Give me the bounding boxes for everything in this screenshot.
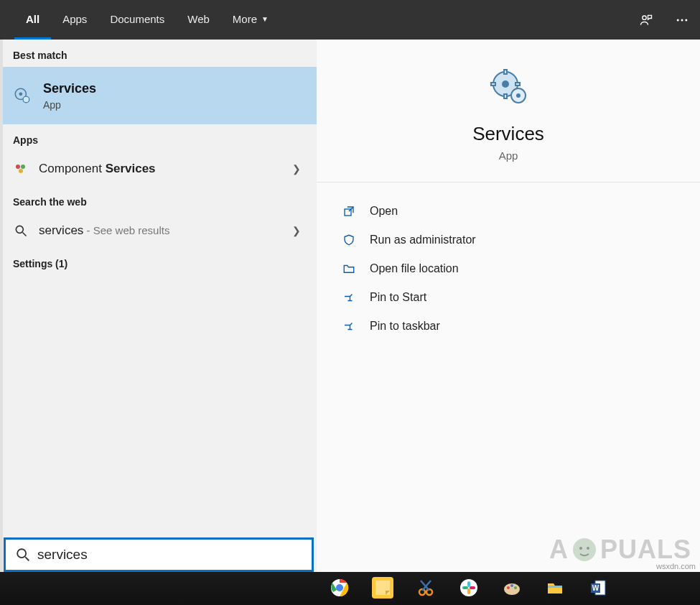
svg-rect-14 xyxy=(504,94,507,98)
more-icon[interactable] xyxy=(664,0,700,40)
slack-icon xyxy=(458,577,480,599)
svg-rect-16 xyxy=(515,83,520,86)
svg-point-22 xyxy=(579,547,582,550)
web-header: Search the web xyxy=(0,186,317,213)
svg-line-25 xyxy=(25,557,29,560)
svg-line-11 xyxy=(23,233,27,236)
mascot-icon xyxy=(570,535,599,564)
app-result-component-services[interactable]: Component Services ❯ xyxy=(0,152,317,186)
web-result-label: services - See web results xyxy=(39,223,169,238)
action-open-file-location[interactable]: Open file location xyxy=(337,254,689,283)
tab-all[interactable]: All xyxy=(14,0,51,40)
taskbar-chrome[interactable] xyxy=(322,574,358,603)
svg-text:W: W xyxy=(592,584,599,592)
action-label: Pin to Start xyxy=(370,291,426,304)
svg-rect-35 xyxy=(467,588,470,594)
chevron-down-icon: ▼ xyxy=(261,15,269,23)
watermark: A PUALS xyxy=(549,535,691,565)
shield-icon xyxy=(341,232,357,248)
svg-rect-42 xyxy=(548,586,562,588)
component-services-icon xyxy=(13,161,29,177)
svg-rect-34 xyxy=(467,581,470,587)
svg-point-23 xyxy=(587,547,589,550)
action-label: Pin to taskbar xyxy=(370,320,440,333)
open-icon xyxy=(341,203,357,219)
action-pin-to-start[interactable]: Pin to Start xyxy=(337,283,689,312)
svg-point-21 xyxy=(573,538,596,561)
svg-point-3 xyxy=(685,19,687,21)
svg-point-17 xyxy=(502,80,509,88)
tab-label: Apps xyxy=(62,13,87,25)
tab-label: More xyxy=(233,13,257,25)
services-large-icon xyxy=(485,68,531,106)
taskbar-word[interactable]: W xyxy=(580,574,616,603)
search-icon xyxy=(14,546,32,563)
services-icon xyxy=(13,86,32,105)
chevron-right-icon[interactable]: ❯ xyxy=(292,163,301,175)
credit-text: wsxdn.com xyxy=(656,562,696,571)
sticky-notes-icon xyxy=(372,577,393,599)
svg-point-19 xyxy=(516,93,521,98)
chevron-right-icon[interactable]: ❯ xyxy=(292,225,301,236)
preview-header: Services App xyxy=(317,40,700,183)
results-pane: Best match Services App Apps xyxy=(0,40,317,605)
tab-label: Documents xyxy=(110,13,164,25)
svg-point-27 xyxy=(336,584,343,591)
preview-subtitle: App xyxy=(499,149,518,162)
paint-icon xyxy=(501,577,523,599)
watermark-suffix: PUALS xyxy=(600,535,691,565)
web-result-services[interactable]: services - See web results ❯ xyxy=(0,213,317,248)
file-explorer-icon xyxy=(544,577,566,599)
action-label: Open xyxy=(370,205,398,218)
tab-web[interactable]: Web xyxy=(176,0,221,40)
best-match-item[interactable]: Services App xyxy=(0,67,317,124)
action-run-as-administrator[interactable]: Run as administrator xyxy=(337,226,689,254)
taskbar-slack[interactable] xyxy=(451,574,487,603)
preview-title: Services xyxy=(472,123,544,145)
search-header: All Apps Documents Web More ▼ xyxy=(0,0,700,40)
pin-icon xyxy=(341,318,357,334)
action-pin-to-taskbar[interactable]: Pin to taskbar xyxy=(337,312,689,341)
taskbar-paint[interactable] xyxy=(494,574,530,603)
preview-pane: Services App Open Run as administrator xyxy=(317,40,700,605)
watermark-prefix: A xyxy=(549,535,569,565)
best-match-title: Services xyxy=(43,80,96,97)
svg-rect-37 xyxy=(470,586,475,589)
taskbar-sticky-notes[interactable] xyxy=(365,574,401,603)
action-open[interactable]: Open xyxy=(337,197,689,226)
svg-rect-36 xyxy=(462,586,468,589)
tab-documents[interactable]: Documents xyxy=(98,0,176,40)
tab-label: Web xyxy=(187,13,210,25)
web-suffix: - See web results xyxy=(83,224,169,236)
svg-point-6 xyxy=(23,96,29,103)
label-bold: Services xyxy=(106,162,156,175)
svg-point-1 xyxy=(677,19,679,21)
best-match-header: Best match xyxy=(0,40,317,67)
folder-icon xyxy=(341,261,357,277)
action-label: Open file location xyxy=(370,262,459,275)
chrome-icon xyxy=(329,577,350,599)
tab-apps[interactable]: Apps xyxy=(51,0,98,40)
search-icon xyxy=(13,223,29,239)
tab-label: All xyxy=(26,13,39,25)
svg-point-2 xyxy=(681,19,683,21)
person-feedback-icon[interactable] xyxy=(628,0,664,40)
svg-point-40 xyxy=(510,584,513,587)
app-result-label: Component Services xyxy=(39,162,156,176)
search-box[interactable] xyxy=(4,537,314,572)
svg-point-5 xyxy=(19,92,22,96)
action-label: Run as administrator xyxy=(370,234,476,246)
apps-header: Apps xyxy=(0,124,317,152)
taskbar: W xyxy=(0,572,700,605)
taskbar-snip[interactable] xyxy=(408,574,444,603)
svg-point-41 xyxy=(514,586,517,589)
svg-point-0 xyxy=(643,16,646,19)
svg-rect-15 xyxy=(491,83,495,86)
taskbar-file-explorer[interactable] xyxy=(537,574,573,603)
svg-point-24 xyxy=(17,549,26,558)
header-tabs: All Apps Documents Web More ▼ xyxy=(14,0,280,40)
search-input[interactable] xyxy=(32,547,306,563)
settings-header[interactable]: Settings (1) xyxy=(0,248,317,275)
tab-more[interactable]: More ▼ xyxy=(221,0,280,40)
snip-icon xyxy=(415,577,437,599)
